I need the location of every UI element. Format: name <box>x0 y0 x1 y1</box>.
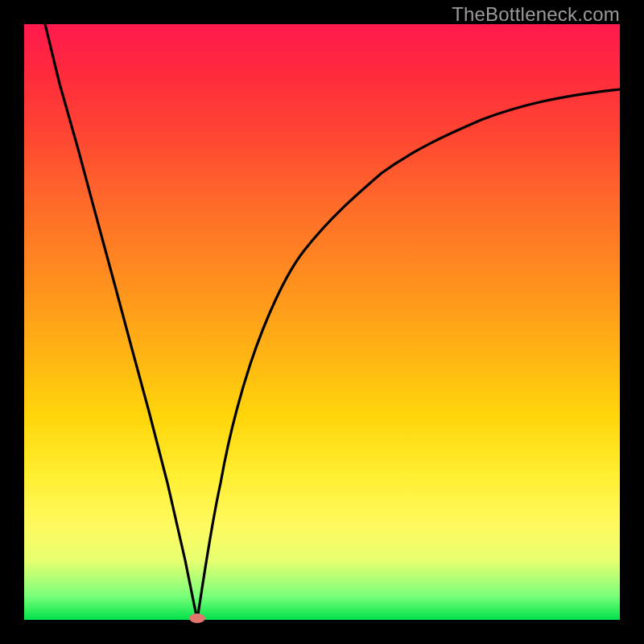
curve-left-branch <box>45 24 197 620</box>
chart-stage: TheBottleneck.com <box>0 0 644 644</box>
plot-area <box>24 24 620 620</box>
bottleneck-curve <box>24 24 620 620</box>
minimum-marker <box>189 613 205 623</box>
curve-right-branch <box>197 89 620 620</box>
watermark-text: TheBottleneck.com <box>452 3 620 26</box>
